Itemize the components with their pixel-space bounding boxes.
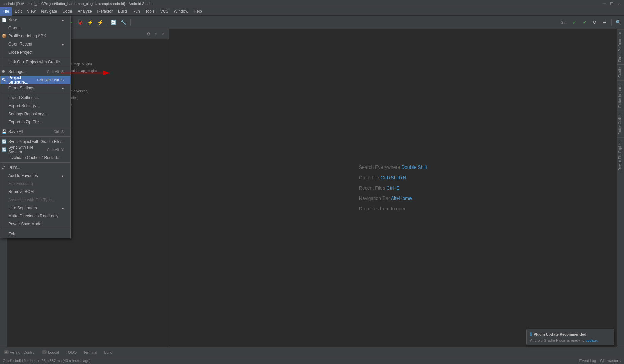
build-status: Gradle build finished in 23 s 387 ms (43… <box>3 359 90 363</box>
separator-1 <box>0 57 70 57</box>
menu-item-export-zip[interactable]: Export to Zip File... <box>0 118 70 126</box>
menu-item-sync-gradle[interactable]: 🔄 Sync Project with Gradle Files <box>0 138 70 146</box>
close-panel-icon[interactable]: × <box>160 31 166 37</box>
device-file-explorer-tab[interactable]: Device File Explorer <box>617 137 624 173</box>
file-dropdown-menu: 📄 New ▸ Open... 📦 Profile or debug APK O… <box>0 16 71 238</box>
menu-help[interactable]: Help <box>191 7 205 16</box>
plugin-notification: ℹ Plugin Update Recommended Android Grad… <box>526 329 614 345</box>
separator-4 <box>0 127 70 127</box>
maximize-button[interactable]: □ <box>609 1 614 6</box>
notification-link[interactable]: update. <box>586 338 598 342</box>
plugin-notification-heading: Plugin Update Recommended <box>534 332 586 336</box>
todo-label: TODO <box>66 350 77 354</box>
logcat-tab[interactable]: 6 Logcat <box>41 348 61 356</box>
git-check-2[interactable]: ✓ <box>580 18 589 27</box>
terminal-tab[interactable]: Terminal <box>82 348 99 356</box>
expand-icon[interactable]: ↕ <box>153 31 159 37</box>
settings-shortcut: Ctrl+Alt+S <box>47 70 64 74</box>
toolbar-sep-4 <box>611 19 612 26</box>
sync-fs-shortcut: Ctrl+Alt+Y <box>47 148 64 152</box>
git-revert[interactable]: ↩ <box>600 18 609 27</box>
sync-gradle-icon: 🔄 <box>2 139 7 144</box>
logcat-label: Logcat <box>48 350 59 354</box>
menu-run[interactable]: Run <box>130 7 143 16</box>
close-button[interactable]: × <box>617 1 621 6</box>
menu-item-power-save[interactable]: Power Save Mode <box>0 220 70 228</box>
hint-recent-label: Recent Files <box>359 185 387 191</box>
menu-item-project-structure[interactable]: 🏗 Project Structure... Ctrl+Alt+Shift+S <box>0 76 70 84</box>
vc-label: Version Control <box>10 350 35 354</box>
sync-fs-icon: 🔃 <box>2 147 7 152</box>
build-tab[interactable]: Build <box>103 348 114 356</box>
version-control-tab[interactable]: 4 Version Control <box>3 348 37 356</box>
hint-nav-label: Navigation Bar <box>359 195 391 201</box>
git-status[interactable]: Git: master ÷ <box>600 359 621 363</box>
settings-icon: ⚙ <box>2 69 5 74</box>
apply-changes-button[interactable]: ⚡ <box>96 18 105 27</box>
menu-item-sync-filesystem[interactable]: 🔃 Sync with File System Ctrl+Alt+Y <box>0 146 70 154</box>
menu-item-settings-repo[interactable]: Settings Repository... <box>0 110 70 118</box>
menu-item-link-cpp[interactable]: Link C++ Project with Gradle <box>0 58 70 66</box>
menu-item-new[interactable]: 📄 New ▸ <box>0 16 70 24</box>
project-structure-icon: 🏗 <box>2 78 6 82</box>
menu-code[interactable]: Code <box>60 7 75 16</box>
menu-item-open-recent[interactable]: Open Recent ▸ <box>0 40 70 48</box>
debug-button[interactable]: 🐞 <box>76 18 85 27</box>
menu-item-invalidate-caches[interactable]: Invalidate Caches / Restart... <box>0 154 70 162</box>
editor-area: Search Everywhere Double Shift Go to Fil… <box>169 29 617 347</box>
menu-view[interactable]: View <box>24 7 38 16</box>
menu-item-settings[interactable]: ⚙ Settings... Ctrl+Alt+S <box>0 68 70 76</box>
flutter-outline-tab[interactable]: Flutter Outline <box>617 111 624 138</box>
title-bar-controls: ─ □ × <box>602 1 621 6</box>
minimize-button[interactable]: ─ <box>602 1 606 6</box>
menu-item-open[interactable]: Open... <box>0 24 70 32</box>
git-check-1[interactable]: ✓ <box>570 18 579 27</box>
menu-analyze[interactable]: Analyze <box>75 7 95 16</box>
menu-item-import-settings[interactable]: Import Settings... <box>0 94 70 102</box>
search-everywhere-button[interactable]: 🔍 <box>613 18 623 27</box>
flutter-performance-tab[interactable]: Flutter Performance <box>617 29 624 64</box>
menu-window[interactable]: Window <box>171 7 191 16</box>
hint-recent-files: Recent Files Ctrl+E <box>359 183 427 193</box>
menu-item-close-project[interactable]: Close Project <box>0 48 70 56</box>
menu-item-print[interactable]: 🖨 Print... <box>0 163 70 172</box>
menu-item-exit[interactable]: Exit <box>0 230 70 238</box>
sync-button[interactable]: 🔄 <box>109 18 118 27</box>
profile-button[interactable]: ⚡ <box>86 18 95 27</box>
add-favorites-arrow-icon: ▸ <box>62 174 64 178</box>
gear-icon[interactable]: ⚙ <box>145 31 151 37</box>
menu-vcs[interactable]: VCS <box>158 7 171 16</box>
separator-6 <box>0 162 70 163</box>
menu-item-remove-bom[interactable]: Remove BOM <box>0 188 70 196</box>
gradle-tab[interactable]: Gradle <box>617 64 624 80</box>
separator-2 <box>0 67 70 67</box>
event-log[interactable]: Event Log <box>579 359 596 363</box>
hint-drop-label: Drop files here to open <box>359 206 407 211</box>
build-label: Build <box>104 350 112 354</box>
menu-edit[interactable]: Edit <box>12 7 24 16</box>
menu-item-profile-debug[interactable]: 📦 Profile or debug APK <box>0 32 70 40</box>
apk-icon: 📦 <box>2 34 7 38</box>
menu-build[interactable]: Build <box>115 7 130 16</box>
menu-file[interactable]: File <box>0 7 12 16</box>
menu-item-save-all[interactable]: 💾 Save All Ctrl+S <box>0 128 70 136</box>
menu-bar: File Edit View Navigate Code Analyze Ref… <box>0 7 624 16</box>
flutter-inspector-tab[interactable]: Flutter Inspector <box>617 80 624 110</box>
hint-goto-file: Go to File Ctrl+Shift+N <box>359 173 427 183</box>
git-label: Git: <box>561 20 566 24</box>
info-icon: ℹ <box>530 332 532 337</box>
todo-tab[interactable]: TODO <box>64 348 78 356</box>
bottom-toolbar: 4 Version Control 6 Logcat TODO Terminal… <box>0 347 624 357</box>
gradle-sync-button[interactable]: 🔧 <box>119 18 129 27</box>
menu-item-add-to-favorites[interactable]: Add to Favorites ▸ <box>0 172 70 180</box>
menu-tools[interactable]: Tools <box>143 7 158 16</box>
menu-refactor[interactable]: Refactor <box>95 7 115 16</box>
menu-item-make-readonly[interactable]: Make Directories Read-only <box>0 212 70 220</box>
print-icon: 🖨 <box>2 165 6 170</box>
menu-navigate[interactable]: Navigate <box>38 7 60 16</box>
menu-item-export-settings[interactable]: Export Settings... <box>0 102 70 110</box>
menu-item-other-settings[interactable]: Other Settings ▸ <box>0 84 70 92</box>
panel-header-icons: ⚙ ↕ × <box>145 31 166 37</box>
menu-item-line-separators[interactable]: Line Separators ▸ <box>0 204 70 212</box>
git-refresh[interactable]: ↺ <box>590 18 599 27</box>
